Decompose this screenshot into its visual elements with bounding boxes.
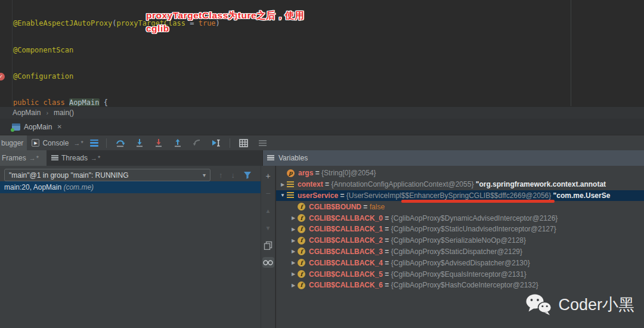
token: {CglibAopProxy$SerializableNoOp@2128} [391, 236, 526, 245]
layout-menu-icon[interactable] [90, 140, 98, 147]
tab-debugger[interactable]: bugger [0, 135, 27, 150]
pin-indicator: →* [29, 154, 39, 162]
code-line[interactable]: public class AopMain { [0, 98, 644, 106]
variables-panel-header: Variables [262, 150, 644, 166]
step-over-button[interactable] [113, 138, 128, 148]
token: @ComponentScan [13, 46, 73, 54]
variable-row-callback-6[interactable]: ▶ f CGLIB$CALLBACK_6 = {CglibAopProxy$Ha… [276, 280, 644, 291]
variable-row-callback-1[interactable]: ▶ f CGLIB$CALLBACK_1 = {CglibAopProxy$St… [276, 224, 644, 235]
frames-tabs: Frames →* Threads →* [0, 150, 262, 166]
variable-row-args[interactable]: p args = {String[0]@2054} [276, 168, 644, 179]
wechat-icon [525, 293, 552, 316]
move-watch-down-button[interactable]: ▼ [262, 222, 274, 233]
close-icon[interactable]: ✕ [57, 123, 61, 130]
remove-watch-button[interactable]: − [262, 188, 274, 199]
tab-threads[interactable]: Threads →* [47, 150, 108, 166]
code-line[interactable]: @Configuration [0, 72, 644, 81]
evaluate-expression-button[interactable] [237, 138, 251, 148]
panel-subheader: Frames →* Threads →* Variables [0, 150, 644, 166]
breadcrumb-method[interactable]: main() [54, 109, 74, 117]
show-watches-toggle[interactable] [262, 257, 274, 268]
token: CGLIB$CALLBACK_0 [309, 214, 383, 222]
step-into-button[interactable] [132, 138, 147, 148]
settings-sliders-icon[interactable] [256, 138, 270, 148]
token: = [383, 281, 391, 289]
code-line[interactable]: @EnableAspectJAutoProxy(proxyTargetClass… [0, 19, 644, 28]
breadcrumb-class[interactable]: AopMain [13, 109, 41, 117]
debug-session-tab-bar: AopMain ✕ [0, 119, 644, 135]
tree-expand-icon[interactable]: ▶ [278, 182, 287, 187]
code-area: @EnableAspectJAutoProxy(proxyTargetClass… [0, 2, 644, 106]
add-watch-button[interactable]: + [262, 171, 274, 181]
tree-collapse-icon[interactable]: ▼ [278, 193, 287, 198]
tree-expand-icon[interactable]: ▶ [289, 260, 298, 265]
variable-row-callback-4[interactable]: ▶ f CGLIB$CALLBACK_4 = {CglibAopProxy$Ad… [276, 257, 644, 268]
next-frame-button[interactable]: ↓ [231, 171, 236, 180]
token: = [313, 169, 321, 177]
token: {AnnotationConfigApplicationContext@2055… [331, 180, 475, 188]
tab-frames-label: Frames [2, 154, 26, 162]
token: = [383, 259, 391, 267]
token: {CglibAopProxy$StaticDispatcher@2129} [391, 247, 522, 256]
token: {String[0]@2054} [321, 169, 376, 177]
token: {CglibAopProxy$DynamicAdvisedInterceptor… [391, 214, 558, 222]
drop-frame-button[interactable] [190, 138, 204, 148]
duplicate-watch-button[interactable] [262, 240, 274, 250]
move-watch-up-button[interactable]: ▲ [262, 205, 274, 216]
chevron-right-icon: › [46, 109, 48, 116]
watermark: Coder小黑 [525, 293, 634, 316]
previous-frame-button[interactable]: ↑ [219, 171, 223, 180]
console-icon: ▶ [32, 139, 39, 147]
tree-expand-icon[interactable]: ▶ [289, 238, 298, 243]
ide-debug-window: @EnableAspectJAutoProxy(proxyTargetClass… [0, 0, 644, 328]
run-to-cursor-button[interactable] [209, 138, 223, 148]
token: @Configuration [13, 72, 73, 81]
debug-session-tab[interactable]: AopMain ✕ [8, 119, 66, 135]
token: = [323, 180, 332, 188]
thread-row: "main"@1 in group "main": RUNNING ▾ ↑ ↓ [4, 169, 252, 181]
tree-expand-icon[interactable]: ▶ [289, 283, 298, 288]
field-icon: f [298, 259, 305, 267]
field-icon: f [298, 247, 305, 255]
token: = [338, 191, 346, 200]
field-icon: f [298, 214, 305, 222]
force-step-into-icon [154, 138, 163, 147]
tree-expand-icon[interactable]: ▶ [289, 271, 298, 277]
step-over-icon [116, 138, 125, 147]
token: "org.springframework.context.annotat [476, 180, 606, 188]
hide-frames-filter-button[interactable] [243, 171, 252, 180]
tree-expand-icon[interactable]: ▶ [289, 227, 298, 232]
token: = [383, 236, 391, 245]
field-icon: f [298, 225, 305, 233]
variable-row-callback-3[interactable]: ▶ f CGLIB$CALLBACK_3 = {CglibAopProxy$St… [276, 246, 644, 258]
tab-console[interactable]: ▶ Console [27, 135, 73, 150]
variable-row-cglib-bound[interactable]: f CGLIB$BOUND = false [276, 201, 644, 212]
tab-debugger-label: bugger [1, 139, 23, 147]
field-icon: f [298, 237, 305, 245]
step-out-button[interactable] [171, 138, 185, 148]
variable-row-context[interactable]: ▶ context = {AnnotationConfigApplication… [276, 179, 644, 190]
variable-row-callback-5[interactable]: ▶ f CGLIB$CALLBACK_5 = {CglibAopProxy$Eq… [276, 268, 644, 280]
glasses-icon [263, 259, 273, 266]
code-line[interactable]: @ComponentScan [0, 46, 644, 55]
thread-selector-dropdown[interactable]: "main"@1 in group "main": RUNNING ▾ [4, 169, 210, 181]
tab-frames[interactable]: Frames →* [0, 150, 47, 166]
run-console-icon [12, 123, 20, 131]
tree-expand-icon[interactable]: ▶ [289, 215, 298, 221]
parameter-icon: p [287, 169, 295, 177]
thread-selector-value: "main"@1 in group "main": RUNNING [9, 171, 129, 180]
token: CGLIB$CALLBACK_4 [309, 259, 383, 267]
session-tab-label: AopMain [24, 123, 52, 131]
token: CGLIB$CALLBACK_5 [309, 270, 383, 279]
code-editor[interactable]: @EnableAspectJAutoProxy(proxyTargetClass… [0, 0, 644, 106]
tree-expand-icon[interactable]: ▶ [289, 249, 298, 254]
token: "com.me.UserSe [553, 191, 611, 200]
variable-row-callback-0[interactable]: ▶ f CGLIB$CALLBACK_0 = {CglibAopProxy$Dy… [276, 212, 644, 224]
chevron-down-icon: ▾ [203, 172, 206, 178]
stack-frame-row[interactable]: main:20, AopMain (com.me) [0, 181, 261, 193]
calculator-icon [239, 139, 248, 147]
force-step-into-button[interactable] [151, 138, 166, 148]
variable-row-callback-2[interactable]: ▶ f CGLIB$CALLBACK_2 = {CglibAopProxy$Se… [276, 235, 644, 246]
token: context [298, 180, 323, 188]
value-icon [287, 192, 294, 199]
